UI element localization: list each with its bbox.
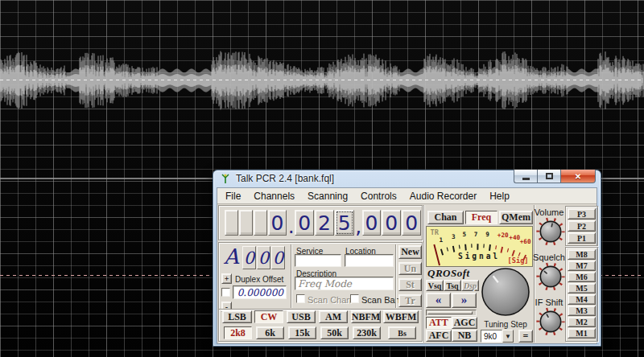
freq-digit-cell[interactable]: 0 <box>268 210 287 236</box>
maximize-button[interactable] <box>537 170 560 183</box>
mode-wbfm-button[interactable]: WBFM <box>383 310 419 323</box>
duplex-offset-field[interactable]: 0.000000 <box>233 285 287 299</box>
new-button[interactable]: New <box>398 245 422 259</box>
menu-controls[interactable]: Controls <box>354 189 403 202</box>
scan-chan-label: Scan Chan <box>308 295 351 305</box>
frequency-display: 0 . 0 2 5 , 0 0 0 <box>219 206 422 240</box>
freq-digit-cell[interactable]: 0 <box>362 210 382 236</box>
memory-m7-button[interactable]: M7 <box>568 261 596 271</box>
mode-usb-button[interactable]: USB <box>287 310 316 323</box>
duplex-plus-button[interactable]: + <box>221 273 232 284</box>
memory-m6-button[interactable]: M6 <box>568 272 596 282</box>
freq-digit-cell[interactable]: 0 <box>295 210 314 236</box>
att-toggle[interactable]: ATT <box>426 317 452 329</box>
filter-15k-button[interactable]: 15k <box>288 326 316 339</box>
preset-p3-button[interactable]: P3 <box>568 208 596 220</box>
preset-p2-button[interactable]: P2 <box>568 220 596 232</box>
un-button[interactable]: Un <box>398 262 422 275</box>
service-field[interactable] <box>295 254 341 267</box>
titlebar[interactable]: Talk PCR 2.4 [bank.fql] ✕ <box>217 170 597 187</box>
talkpcr-window: Talk PCR 2.4 [bank.fql] ✕ FileChannelsSc… <box>213 170 601 347</box>
mode-nbfm-button[interactable]: NBFM <box>351 310 381 323</box>
decimal-point: . <box>287 208 295 238</box>
tsq-button[interactable]: Tsq <box>444 280 461 291</box>
tuning-step-dropdown[interactable]: 9k0 ▼ <box>481 330 514 343</box>
tuning-knob[interactable] <box>480 266 531 318</box>
minimize-button[interactable] <box>514 170 537 183</box>
meter-tick-label: +60 <box>520 238 531 245</box>
meter-sig-label: [Sig] <box>508 256 529 265</box>
menu-audio-recorder[interactable]: Audio Recorder <box>403 189 483 202</box>
st-button[interactable]: St <box>398 278 422 291</box>
menu-file[interactable]: File <box>219 189 247 202</box>
squelch-knob[interactable] <box>536 262 565 291</box>
meter-tick-label: +20 <box>497 232 509 239</box>
mode-lsb-button[interactable]: LSB <box>222 310 252 323</box>
freq-digit-cell[interactable] <box>239 210 253 236</box>
caption-buttons: ✕ <box>514 170 596 183</box>
memory-m2-button[interactable]: M2 <box>568 317 596 327</box>
tuning-slider[interactable] <box>426 310 477 316</box>
tab-freq[interactable]: Freq <box>465 211 497 224</box>
meter-tick-label: +40 <box>509 234 520 241</box>
channel-digit[interactable]: 0 <box>257 246 270 269</box>
filter-230k-button[interactable]: 230k <box>353 326 381 339</box>
tr-button[interactable]: Tr <box>398 294 422 307</box>
meter-tick-label: 5 <box>462 231 466 238</box>
filter-50k-button[interactable]: 50k <box>320 326 349 339</box>
nb-toggle[interactable]: NB <box>452 330 477 342</box>
tab-qmem[interactable]: QMem <box>499 211 533 224</box>
tuning-slider-thumb[interactable] <box>427 311 473 314</box>
equals-button[interactable]: = <box>518 330 533 343</box>
mode-am-button[interactable]: AM <box>319 310 348 323</box>
mode-cw-button[interactable]: CW <box>254 310 283 323</box>
minimize-icon <box>522 178 530 180</box>
freq-digit-cell[interactable]: 2 <box>315 210 334 236</box>
step-down-button[interactable]: « <box>426 293 451 308</box>
menu-channels[interactable]: Channels <box>247 189 301 202</box>
location-field[interactable] <box>345 254 394 267</box>
memory-m1-button[interactable]: M1 <box>568 328 596 339</box>
tuning-step-value: 9k0 <box>481 330 502 343</box>
tab-chan[interactable]: Chan <box>427 211 464 224</box>
description-field[interactable]: Freq Mode <box>295 277 394 290</box>
scan-chan-checkbox[interactable] <box>296 294 305 303</box>
freq-digit-cell[interactable] <box>225 210 238 236</box>
dsp-button[interactable]: Dsp <box>461 280 479 291</box>
freq-digit-cell-focused[interactable]: 5 <box>335 210 354 236</box>
maximize-icon <box>546 173 553 179</box>
channel-letter: A <box>224 244 239 269</box>
step-up-button[interactable]: » <box>452 293 477 308</box>
dropdown-arrow-icon[interactable]: ▼ <box>502 330 514 343</box>
memory-m3-button[interactable]: M3 <box>568 306 596 316</box>
scan-bank-checkbox[interactable] <box>350 294 359 303</box>
close-button[interactable]: ✕ <box>560 170 596 183</box>
freq-digit-cell[interactable]: 0 <box>382 210 401 236</box>
memory-m4-button[interactable]: M4 <box>568 294 596 305</box>
channel-digit[interactable]: 0 <box>242 246 256 269</box>
meter-tick-label: 7 <box>474 231 478 238</box>
preset-p1-button[interactable]: P1 <box>568 232 596 244</box>
filter-2k8-button[interactable]: 2k8 <box>224 326 252 339</box>
memory-m8-button[interactable]: M8 <box>568 249 596 260</box>
menu-help[interactable]: Help <box>483 189 516 202</box>
filter-6k-button[interactable]: 6k <box>256 326 284 339</box>
memory-m5-button[interactable]: M5 <box>568 283 596 293</box>
vsq-button[interactable]: Vsq <box>426 280 444 291</box>
freq-digit-cell[interactable] <box>254 210 267 236</box>
menu-scanning[interactable]: Scanning <box>301 189 354 202</box>
bandscope-button[interactable]: Bs <box>388 326 416 339</box>
main-panel: 0 . 0 2 5 , 0 0 0 A 0 0 0 <box>217 204 597 343</box>
if-shift-knob[interactable] <box>536 307 565 336</box>
afc-toggle[interactable]: AFC <box>426 330 452 342</box>
agc-toggle[interactable]: AGC <box>452 317 477 329</box>
volume-knob[interactable] <box>536 217 565 246</box>
channel-digit[interactable]: 0 <box>271 246 285 269</box>
app-icon[interactable] <box>220 173 231 184</box>
freq-digit-cell[interactable]: 0 <box>402 210 421 236</box>
volume-label: Volume <box>533 207 565 217</box>
meter-tick-label: 1 <box>440 236 444 244</box>
tuning-step-label: Tuning Step <box>480 320 531 329</box>
duplex-checkbox[interactable] <box>221 288 230 297</box>
signal-meter: TR 1 3 5 7 9 +20 +40 +60 Signal [Sig] <box>426 226 533 267</box>
